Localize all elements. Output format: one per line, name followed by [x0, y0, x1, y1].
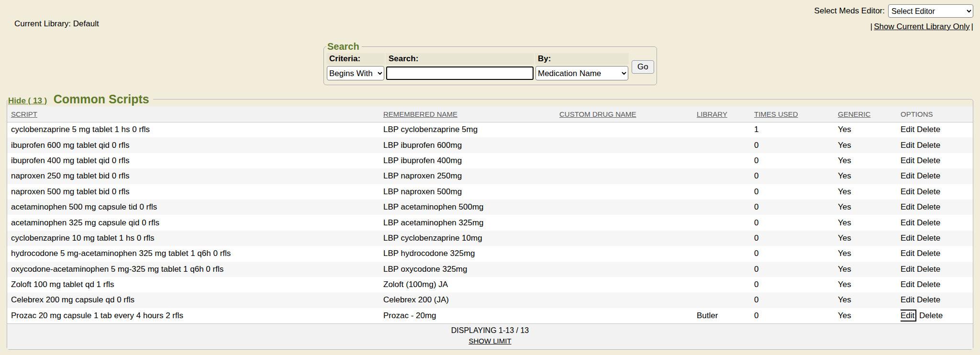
- cell-remembered-name: LBP cyclobenzaprine 5mg: [383, 122, 559, 137]
- go-button[interactable]: Go: [632, 60, 654, 74]
- cell-custom-drug-name: [559, 168, 697, 184]
- common-scripts-legend: Hide ( 13 ) Common Scripts: [8, 92, 153, 106]
- hide-link[interactable]: Hide ( 13 ): [8, 96, 47, 105]
- meds-editor-select[interactable]: Select Editor: [888, 4, 973, 18]
- cell-custom-drug-name: [559, 122, 697, 137]
- show-limit-link[interactable]: SHOW LIMIT: [468, 337, 511, 345]
- delete-link[interactable]: Delete: [917, 265, 940, 274]
- cell-options: Edit Delete: [901, 122, 973, 137]
- cell-custom-drug-name: [559, 184, 697, 200]
- cell-generic: Yes: [838, 277, 901, 292]
- cell-library: [697, 200, 754, 215]
- cell-options: Edit Delete: [901, 184, 973, 200]
- cell-script: cyclobenzaprine 10 mg tablet 1 hs 0 rfls: [7, 231, 383, 246]
- cell-script: acetaminophen 500 mg capsule tid 0 rfls: [7, 200, 383, 215]
- column-header-library[interactable]: LIBRARY: [697, 110, 727, 118]
- column-header-times-used[interactable]: TIMES USED: [754, 110, 798, 118]
- delete-link[interactable]: Delete: [917, 295, 940, 304]
- delete-link[interactable]: Delete: [917, 171, 940, 180]
- by-header: By:: [535, 53, 629, 65]
- search-input[interactable]: [386, 67, 534, 80]
- cell-remembered-name: Prozac - 20mg: [383, 308, 559, 323]
- cell-generic: Yes: [838, 246, 901, 261]
- search-form: Criteria: Search: By: Go Begins With: [325, 52, 655, 82]
- cell-custom-drug-name: [559, 153, 697, 168]
- cell-custom-drug-name: [559, 262, 697, 277]
- column-header-script[interactable]: SCRIPT: [11, 110, 37, 118]
- cell-remembered-name: LBP oxycodone 325mg: [383, 262, 559, 277]
- cell-options: Edit Delete: [901, 137, 973, 153]
- by-select[interactable]: Medication Name: [535, 66, 628, 80]
- cell-library: [697, 168, 754, 184]
- pipe-left: |: [870, 22, 872, 31]
- cell-generic: Yes: [838, 308, 901, 323]
- table-row: acetaminophen 325 mg capsule qid 0 rflsL…: [7, 215, 973, 230]
- delete-link[interactable]: Delete: [917, 125, 940, 134]
- criteria-select[interactable]: Begins With: [327, 66, 384, 80]
- cell-times-used: 0: [754, 231, 838, 246]
- delete-link[interactable]: Delete: [917, 280, 940, 289]
- edit-link[interactable]: Edit: [901, 295, 914, 304]
- edit-link[interactable]: Edit: [901, 171, 914, 180]
- cell-custom-drug-name: [559, 277, 697, 292]
- cell-times-used: 0: [754, 168, 838, 184]
- delete-link[interactable]: Delete: [917, 156, 940, 165]
- edit-link[interactable]: Edit: [901, 233, 914, 243]
- table-row: cyclobenzaprine 10 mg tablet 1 hs 0 rfls…: [7, 231, 973, 246]
- cell-remembered-name: Zoloft (100mg) JA: [383, 277, 559, 292]
- cell-options: Edit Delete: [901, 200, 973, 215]
- delete-link[interactable]: Delete: [917, 249, 940, 258]
- delete-link[interactable]: Delete: [917, 233, 940, 243]
- edit-link[interactable]: Edit: [901, 265, 914, 274]
- search-fieldset: Search Criteria: Search: By: Go Begins W…: [323, 41, 657, 85]
- table-row: Celebrex 200 mg capsule qd 0 rflsCelebre…: [7, 292, 973, 308]
- top-right-controls: Select Meds Editor: Select Editor |Show …: [814, 4, 973, 32]
- delete-link[interactable]: Delete: [917, 218, 940, 227]
- edit-link[interactable]: Edit: [901, 125, 914, 134]
- cell-library: [697, 153, 754, 168]
- edit-link[interactable]: Edit: [901, 156, 914, 165]
- edit-link[interactable]: Edit: [901, 310, 916, 322]
- table-row: cyclobenzaprine 5 mg tablet 1 hs 0 rflsL…: [7, 122, 973, 137]
- cell-custom-drug-name: [559, 137, 697, 153]
- meds-library-page: Current Library: Default Select Meds Edi…: [0, 0, 980, 355]
- search-header: Search:: [386, 53, 534, 65]
- cell-times-used: 0: [754, 184, 838, 200]
- delete-link[interactable]: Delete: [917, 187, 940, 196]
- cell-generic: Yes: [838, 215, 901, 230]
- cell-script: hydrocodone 5 mg-acetaminophen 325 mg ta…: [7, 246, 383, 261]
- edit-link[interactable]: Edit: [901, 249, 914, 258]
- cell-times-used: 0: [754, 262, 838, 277]
- cell-library: [697, 277, 754, 292]
- edit-link[interactable]: Edit: [901, 218, 914, 227]
- column-header-custom-drug-name[interactable]: CUSTOM DRUG NAME: [559, 110, 636, 118]
- criteria-header: Criteria:: [326, 53, 385, 65]
- common-scripts-fieldset: Hide ( 13 ) Common Scripts SCRIPT REMEMB…: [7, 92, 973, 350]
- cell-library: [697, 231, 754, 246]
- cell-options: Edit Delete: [901, 231, 973, 246]
- table-row: Zoloft 100 mg tablet qd 1 rflsZoloft (10…: [7, 277, 973, 292]
- edit-link[interactable]: Edit: [901, 280, 914, 289]
- edit-link[interactable]: Edit: [901, 187, 914, 196]
- show-current-library-link[interactable]: Show Current Library Only: [874, 22, 969, 31]
- cell-library: [697, 262, 754, 277]
- delete-link[interactable]: Delete: [919, 311, 943, 320]
- table-row: ibuprofen 600 mg tablet qid 0 rflsLBP ib…: [7, 137, 973, 153]
- cell-library: Butler: [697, 308, 754, 323]
- delete-link[interactable]: Delete: [917, 141, 940, 150]
- cell-times-used: 0: [754, 200, 838, 215]
- edit-link[interactable]: Edit: [901, 141, 914, 150]
- cell-options: Edit Delete: [901, 215, 973, 230]
- column-header-generic[interactable]: GENERIC: [838, 110, 870, 118]
- cell-library: [697, 292, 754, 308]
- cell-custom-drug-name: [559, 308, 697, 323]
- delete-link[interactable]: Delete: [917, 202, 940, 211]
- cell-library: [697, 184, 754, 200]
- cell-times-used: 0: [754, 246, 838, 261]
- cell-library: [697, 122, 754, 137]
- edit-link[interactable]: Edit: [901, 202, 914, 211]
- table-row: acetaminophen 500 mg capsule tid 0 rflsL…: [7, 200, 973, 215]
- cell-times-used: 0: [754, 137, 838, 153]
- column-header-remembered-name[interactable]: REMEMBERED NAME: [383, 110, 457, 118]
- pipe-right: |: [971, 22, 973, 31]
